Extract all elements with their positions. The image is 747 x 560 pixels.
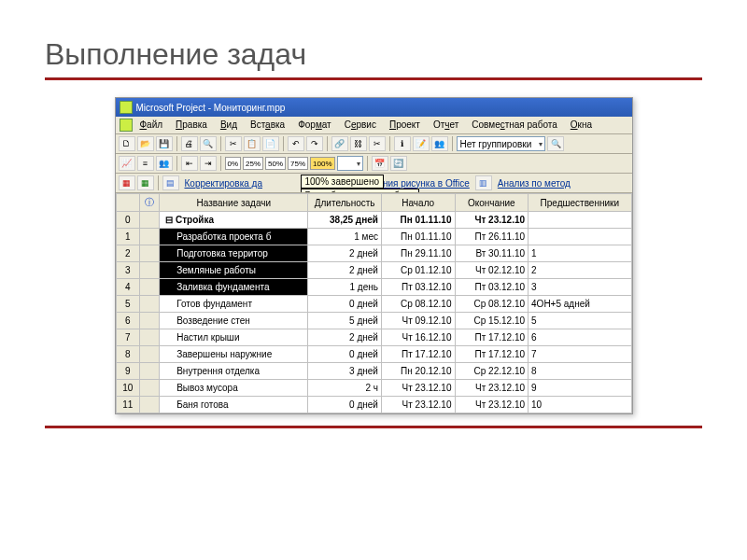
col-end[interactable]: Окончание	[455, 194, 529, 212]
cell-pred[interactable]: 8	[529, 363, 631, 380]
print-icon[interactable]: 🖨	[181, 136, 198, 151]
cell-end[interactable]: Пт 17.12.10	[455, 346, 529, 363]
update-icon[interactable]: 🔄	[390, 156, 407, 171]
table-row[interactable]: 0⊟ Стройка38,25 днейПн 01.11.10Чт 23.12.…	[116, 212, 631, 229]
cell-pred[interactable]	[529, 229, 631, 245]
link-correction[interactable]: Корректировка да	[181, 178, 267, 189]
zoom-icon[interactable]: 🔍	[547, 136, 564, 151]
new-icon[interactable]: 🗋	[119, 136, 135, 151]
pdf-icon[interactable]: ▦	[119, 175, 135, 190]
menu-edit[interactable]: Правка	[170, 119, 213, 132]
cell-start[interactable]: Пн 20.12.10	[381, 363, 455, 380]
cell-start[interactable]: Пн 29.11.10	[381, 245, 455, 262]
redo-icon[interactable]: ↷	[306, 136, 323, 151]
cell-name[interactable]: Готов фундамент	[160, 296, 308, 313]
cell-pred[interactable]: 10	[529, 397, 631, 413]
col-start[interactable]: Начало	[381, 194, 455, 212]
cell-name[interactable]: Разработка проекта б	[160, 229, 308, 245]
zoom-50[interactable]: 50%	[265, 157, 286, 170]
cell-dur[interactable]: 1 день	[308, 279, 382, 296]
zoom-100[interactable]: 100%	[310, 157, 334, 170]
row-info[interactable]	[139, 380, 159, 397]
table-row[interactable]: 10Вывоз мусора2 чЧт 23.12.10Чт 23.12.109	[116, 380, 631, 397]
cell-end[interactable]: Чт 23.12.10	[455, 397, 529, 413]
row-info[interactable]	[139, 245, 159, 262]
cell-start[interactable]: Чт 23.12.10	[381, 397, 455, 413]
cell-dur[interactable]: 2 дней	[308, 245, 382, 262]
cell-start[interactable]: Пт 17.12.10	[381, 346, 455, 363]
row-number[interactable]: 1	[116, 229, 139, 245]
calc-icon[interactable]: ≡	[137, 156, 154, 171]
col-dur[interactable]: Длительность	[308, 194, 382, 212]
row-number[interactable]: 6	[116, 313, 139, 329]
split-icon[interactable]: ✂	[369, 136, 386, 151]
cell-start[interactable]: Пн 01.11.10	[381, 212, 455, 229]
cell-name[interactable]: Настил крыши	[160, 329, 308, 346]
zoom-combo[interactable]	[337, 156, 363, 171]
cell-start[interactable]: Чт 23.12.10	[381, 380, 455, 397]
cell-dur[interactable]: 3 дней	[308, 363, 382, 380]
cell-pred[interactable]: 1	[529, 245, 631, 262]
cell-dur[interactable]: 0 дней	[308, 296, 382, 313]
cell-end[interactable]: Ср 15.12.10	[455, 313, 529, 329]
menu-collab[interactable]: Совместная работа	[466, 119, 563, 132]
table-row[interactable]: 2Подготовка территор2 днейПн 29.11.10Вт …	[116, 245, 631, 262]
menu-project[interactable]: Проект	[384, 119, 426, 132]
chart2-icon[interactable]: ▤	[162, 175, 179, 190]
save-icon[interactable]: 💾	[156, 136, 173, 151]
cell-pred[interactable]: 2	[529, 262, 631, 279]
cell-end[interactable]: Пт 03.12.10	[455, 279, 529, 296]
chart3-icon[interactable]: ▥	[475, 175, 492, 190]
table-row[interactable]: 7Настил крыши2 днейЧт 16.12.10Пт 17.12.1…	[116, 329, 631, 346]
cell-name[interactable]: Внутрення отделка	[160, 363, 308, 380]
open-icon[interactable]: 📂	[137, 136, 154, 151]
cell-name[interactable]: Возведение стен	[160, 313, 308, 329]
row-info[interactable]	[139, 313, 159, 329]
cell-dur[interactable]: 38,25 дней	[308, 212, 382, 229]
menu-service[interactable]: Сервис	[339, 119, 382, 132]
cell-dur[interactable]: 5 дней	[308, 313, 382, 329]
menu-file[interactable]: Файл	[134, 119, 169, 132]
cell-start[interactable]: Ср 01.12.10	[381, 262, 455, 279]
row-number[interactable]: 2	[116, 245, 139, 262]
cell-name[interactable]: Вывоз мусора	[160, 380, 308, 397]
menu-bar[interactable]: Файл Правка Вид Вставка Формат Сервис Пр…	[116, 117, 632, 134]
table-row[interactable]: 11Баня готова0 днейЧт 23.12.10Чт 23.12.1…	[116, 397, 631, 413]
cell-end[interactable]: Чт 23.12.10	[455, 380, 529, 397]
row-info[interactable]	[139, 262, 159, 279]
paste-icon[interactable]: 📄	[262, 136, 279, 151]
row-info[interactable]	[139, 397, 159, 413]
row-info[interactable]	[139, 363, 159, 380]
cell-end[interactable]: Вт 30.11.10	[455, 245, 529, 262]
table-row[interactable]: 4Заливка фундамента1 деньПт 03.12.10Пт 0…	[116, 279, 631, 296]
cell-pred[interactable]: 7	[529, 346, 631, 363]
cell-pred[interactable]: 6	[529, 329, 631, 346]
cell-dur[interactable]: 0 дней	[308, 397, 382, 413]
row-number[interactable]: 5	[116, 296, 139, 313]
copy-icon[interactable]: 📋	[244, 136, 261, 151]
cell-pred[interactable]	[529, 212, 631, 229]
cell-pred[interactable]: 5	[529, 313, 631, 329]
row-number[interactable]: 4	[116, 279, 139, 296]
cell-name[interactable]: Завершены наружние	[160, 346, 308, 363]
cell-start[interactable]: Чт 09.12.10	[381, 313, 455, 329]
cell-pred[interactable]: 3	[529, 279, 631, 296]
reschedule-icon[interactable]: 📅	[372, 156, 388, 171]
row-info[interactable]	[139, 229, 159, 245]
cell-name[interactable]: Баня готова	[160, 397, 308, 413]
menu-window[interactable]: Окна	[565, 119, 598, 132]
cell-start[interactable]: Пн 01.11.10	[381, 229, 455, 245]
row-number[interactable]: 3	[116, 262, 139, 279]
cell-start[interactable]: Чт 16.12.10	[381, 329, 455, 346]
corner-cell[interactable]	[116, 194, 139, 212]
undo-icon[interactable]: ↶	[288, 136, 304, 151]
row-number[interactable]: 7	[116, 329, 139, 346]
row-number[interactable]: 9	[116, 363, 139, 380]
row-info[interactable]	[139, 212, 159, 229]
cell-end[interactable]: Ср 08.12.10	[455, 296, 529, 313]
indent-left-icon[interactable]: ⇤	[181, 156, 198, 171]
row-number[interactable]: 10	[116, 380, 139, 397]
chart-icon[interactable]: 📈	[119, 156, 135, 171]
zoom-0[interactable]: 0%	[225, 157, 242, 170]
row-info[interactable]	[139, 296, 159, 313]
